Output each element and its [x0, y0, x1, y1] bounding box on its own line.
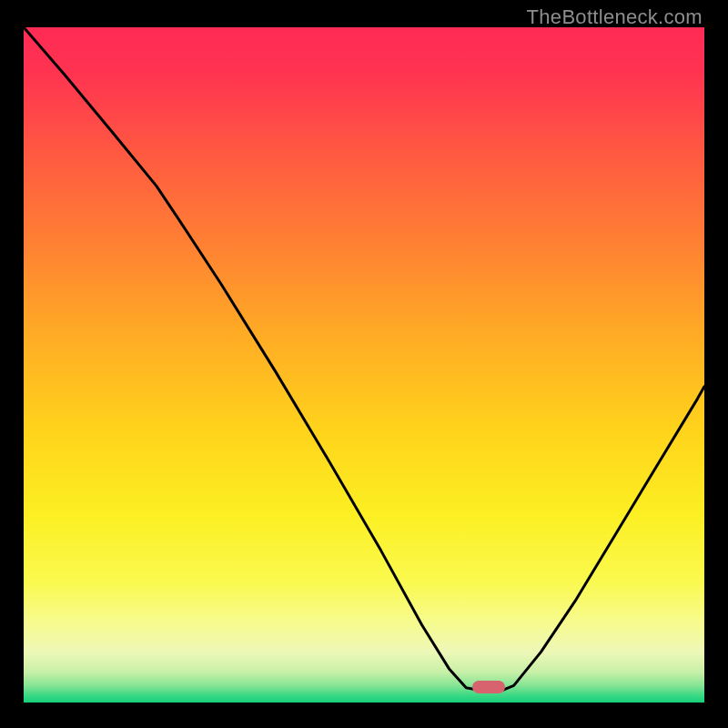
chart-frame: TheBottleneck.com — [0, 0, 728, 728]
optimal-marker — [472, 681, 505, 693]
watermark-text: TheBottleneck.com — [527, 5, 703, 29]
plot-area — [24, 27, 704, 703]
bottleneck-curve — [24, 27, 704, 703]
